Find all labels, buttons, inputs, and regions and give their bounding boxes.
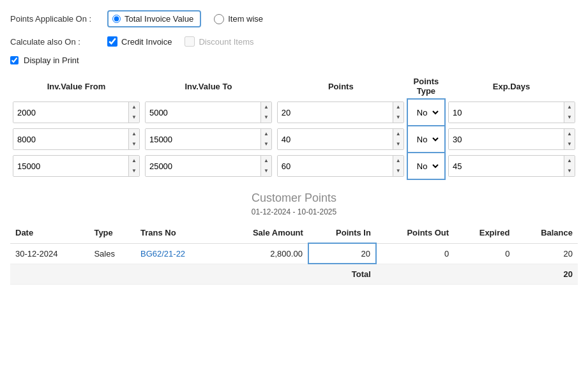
- inv-to-0-input[interactable]: [146, 102, 260, 123]
- inv-points-2-up[interactable]: ▲: [393, 156, 403, 166]
- inv-exp-0-spin-buttons: ▲ ▼: [564, 102, 575, 123]
- cp-col-expired: Expired: [454, 223, 515, 243]
- discount-items-checkbox[interactable]: [185, 36, 195, 47]
- total-invoice-option[interactable]: Total Invoice Value: [107, 10, 201, 27]
- inv-to-2-up[interactable]: ▲: [261, 156, 271, 166]
- inv-to-2-input[interactable]: [146, 156, 260, 176]
- inv-from-2-input[interactable]: [13, 156, 128, 176]
- inv-to-2-cell: ▲ ▼: [142, 153, 275, 179]
- inv-from-1-input[interactable]: [13, 129, 128, 149]
- inv-exp-0-spin[interactable]: ▲ ▼: [448, 101, 575, 123]
- inv-to-1-down[interactable]: ▼: [261, 139, 271, 149]
- points-type-select-0[interactable]: NosPct: [412, 106, 441, 119]
- inv-from-0-up[interactable]: ▲: [129, 102, 139, 112]
- inv-points-2-down[interactable]: ▼: [393, 166, 403, 176]
- inv-exp-2-down[interactable]: ▼: [564, 166, 575, 176]
- inv-from-2-down[interactable]: ▼: [129, 166, 139, 176]
- inv-exp-2-up[interactable]: ▲: [564, 156, 575, 166]
- inv-from-2-spin-buttons: ▲ ▼: [128, 156, 139, 176]
- total-invoice-radio[interactable]: [112, 15, 121, 23]
- cp-trans-link-0[interactable]: BG62/21-22: [140, 249, 185, 259]
- inv-exp-1-input[interactable]: [449, 129, 564, 149]
- inv-from-1-spin-buttons: ▲ ▼: [128, 129, 139, 149]
- inv-to-0-cell: ▲ ▼: [142, 99, 275, 126]
- inv-table-row: ▲ ▼ ▲ ▼ ▲ ▼: [10, 99, 578, 126]
- inv-points-2-cell: ▲ ▼: [275, 153, 407, 179]
- inv-to-2-spin[interactable]: ▲ ▼: [145, 155, 272, 177]
- inv-exp-2-spin[interactable]: ▲ ▼: [448, 155, 575, 177]
- inv-exp-0-cell: ▲ ▼: [445, 99, 578, 126]
- inv-exp-1-down[interactable]: ▼: [564, 139, 575, 149]
- item-wise-radio[interactable]: [214, 14, 224, 24]
- inv-exp-0-down[interactable]: ▼: [564, 112, 575, 123]
- col-inv-to: Inv.Value To: [142, 74, 275, 99]
- inv-exp-0-up[interactable]: ▲: [564, 102, 575, 112]
- inv-to-1-up[interactable]: ▲: [261, 129, 271, 139]
- cp-total-row: Total 20: [10, 264, 578, 285]
- item-wise-option[interactable]: Item wise: [214, 14, 263, 24]
- inv-points-0-spin-buttons: ▲ ▼: [393, 102, 403, 123]
- inv-value-table: Inv.Value From Inv.Value To Points Point…: [10, 74, 578, 180]
- points-applicable-label: Points Applicable On :: [10, 14, 100, 24]
- inv-to-1-input[interactable]: [146, 129, 260, 149]
- inv-from-2-spin[interactable]: ▲ ▼: [13, 155, 140, 177]
- inv-points-0-down[interactable]: ▼: [393, 112, 403, 123]
- inv-from-1-spin[interactable]: ▲ ▼: [13, 128, 140, 150]
- cp-expired-0: 0: [454, 243, 515, 264]
- inv-points-2-input[interactable]: [278, 156, 393, 176]
- calculate-also-label: Calculate also On :: [10, 37, 100, 47]
- inv-from-0-input[interactable]: [13, 102, 128, 123]
- credit-invoice-checkbox[interactable]: [107, 36, 117, 47]
- inv-points-1-down[interactable]: ▼: [393, 139, 403, 149]
- credit-invoice-label: Credit Invoice: [121, 37, 172, 47]
- display-print-checkbox[interactable]: [10, 56, 19, 64]
- customer-points-header: Customer Points: [10, 191, 578, 205]
- cp-col-sale: Sale Amount: [218, 223, 308, 243]
- inv-to-2-down[interactable]: ▼: [261, 166, 271, 176]
- inv-from-0-down[interactable]: ▼: [129, 112, 139, 123]
- cp-col-balance: Balance: [515, 223, 578, 243]
- inv-from-0-spin-buttons: ▲ ▼: [128, 102, 139, 123]
- inv-exp-2-input[interactable]: [449, 156, 564, 176]
- cp-trans-0: BG62/21-22: [135, 243, 218, 264]
- inv-to-0-down[interactable]: ▼: [261, 112, 271, 123]
- inv-to-0-spin[interactable]: ▲ ▼: [145, 101, 272, 123]
- points-type-wrapper-2: NosPct: [408, 155, 444, 177]
- inv-from-2-up[interactable]: ▲: [129, 156, 139, 166]
- inv-to-1-spin[interactable]: ▲ ▼: [145, 128, 272, 150]
- col-exp-days: Exp.Days: [445, 74, 578, 99]
- inv-points-1-spin[interactable]: ▲ ▼: [277, 128, 404, 150]
- inv-points-2-spin[interactable]: ▲ ▼: [277, 155, 404, 177]
- inv-from-0-spin[interactable]: ▲ ▼: [13, 101, 140, 123]
- inv-points-0-input[interactable]: [278, 102, 393, 123]
- inv-from-1-up[interactable]: ▲: [129, 129, 139, 139]
- cp-total-empty: [10, 264, 308, 285]
- points-type-cell-1: NosPct: [407, 126, 445, 153]
- inv-to-0-up[interactable]: ▲: [261, 102, 271, 112]
- points-type-wrapper-0: NosPct: [408, 101, 444, 123]
- inv-points-0-spin[interactable]: ▲ ▼: [277, 101, 404, 123]
- discount-items-option[interactable]: Discount Items: [185, 36, 253, 47]
- points-type-select-1[interactable]: NosPct: [412, 133, 441, 146]
- cp-total-empty2: [376, 264, 454, 285]
- cp-col-points-in: Points In: [308, 223, 376, 243]
- col-inv-from: Inv.Value From: [10, 74, 142, 99]
- inv-points-1-input[interactable]: [278, 129, 393, 149]
- credit-invoice-option[interactable]: Credit Invoice: [107, 36, 172, 47]
- inv-points-1-up[interactable]: ▲: [393, 129, 403, 139]
- calculate-also-options: Credit Invoice Discount Items: [107, 36, 253, 47]
- inv-exp-1-spin[interactable]: ▲ ▼: [448, 128, 575, 150]
- cp-col-type: Type: [89, 223, 135, 243]
- inv-exp-2-spin-buttons: ▲ ▼: [564, 156, 575, 176]
- cp-balance-0: 20: [515, 243, 578, 264]
- inv-exp-1-up[interactable]: ▲: [564, 129, 575, 139]
- inv-points-0-up[interactable]: ▲: [393, 102, 403, 112]
- cp-points-out-0: 0: [376, 243, 454, 264]
- inv-table-row: ▲ ▼ ▲ ▼ ▲ ▼: [10, 153, 578, 179]
- inv-points-1-cell: ▲ ▼: [275, 126, 407, 153]
- points-type-select-2[interactable]: NosPct: [412, 160, 441, 173]
- cp-type-0: Sales: [89, 243, 135, 264]
- cp-points-in-0[interactable]: 20: [308, 243, 376, 264]
- inv-from-1-down[interactable]: ▼: [129, 139, 139, 149]
- inv-exp-0-input[interactable]: [449, 102, 564, 123]
